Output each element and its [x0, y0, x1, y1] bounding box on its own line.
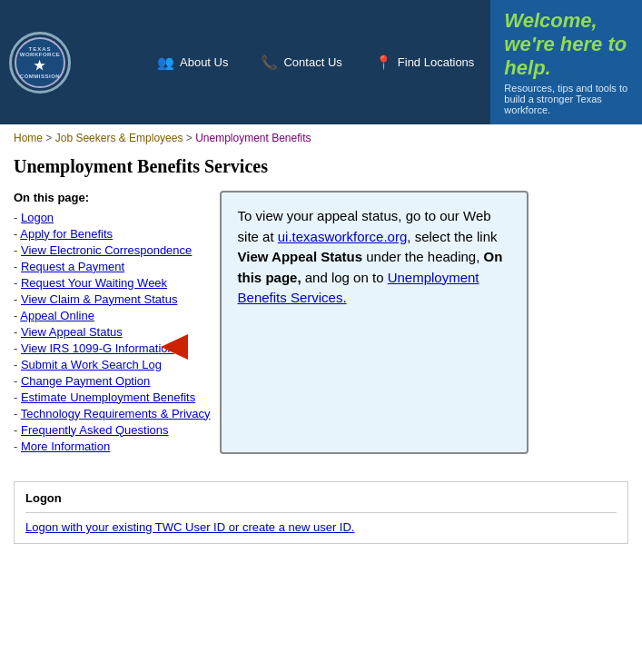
breadcrumb-job-seekers[interactable]: Job Seekers & Employees — [55, 132, 183, 144]
nav-link-view-appeal[interactable]: View Appeal Status — [21, 325, 123, 339]
nav-link-change-payment[interactable]: Change Payment Option — [21, 374, 150, 388]
tooltip-popup: To view your appeal status, go to our We… — [220, 191, 528, 454]
header: TEXAS WORKFORCE ★ COMMISSION 👥 About Us … — [0, 0, 642, 124]
location-icon: 📍 — [375, 54, 392, 71]
nav-link-tech[interactable]: Technology Requirements & Privacy — [21, 407, 211, 420]
banner-subtitle: Resources, tips and tools to build a str… — [504, 83, 628, 115]
list-item: More Information — [14, 438, 211, 454]
list-item: Frequently Asked Questions — [14, 421, 211, 438]
list-item: Logon — [14, 209, 211, 225]
breadcrumb-current: Unemployment Benefits — [195, 132, 311, 144]
list-item: Estimate Unemployment Benefits — [14, 389, 211, 405]
nav-find-locations[interactable]: 📍 Find Locations — [359, 35, 491, 91]
tooltip-link-twc[interactable]: ui.texasworkforce.org — [278, 229, 408, 244]
nav-contact-us[interactable]: 📞 Contact Us — [244, 35, 358, 91]
list-item: View Claim & Payment Status — [14, 291, 211, 307]
nav-link-work-search[interactable]: Submit a Work Search Log — [21, 358, 162, 371]
nav-link-apply[interactable]: Apply for Benefits — [20, 227, 113, 241]
arrow-container — [161, 334, 188, 362]
nav-link-1099g[interactable]: View IRS 1099-G Information — [21, 341, 174, 355]
people-icon: 👥 — [157, 54, 174, 71]
left-nav-list: Logon Apply for Benefits View Electronic… — [14, 209, 211, 454]
nav-link-request-payment[interactable]: Request a Payment — [21, 260, 124, 273]
nav-link-more-info[interactable]: More Information — [21, 440, 110, 453]
page-title: Unemployment Benefits Services — [14, 156, 628, 177]
list-item: View Electronic Correspondence — [14, 242, 211, 258]
nav-link-estimate[interactable]: Estimate Unemployment Benefits — [21, 390, 195, 404]
list-item: Appeal Online — [14, 307, 211, 323]
list-item: Apply for Benefits — [14, 225, 211, 242]
content-area: On this page: Logon Apply for Benefits V… — [14, 191, 628, 454]
main-content: Unemployment Benefits Services On this p… — [0, 152, 642, 468]
red-arrow-icon — [161, 334, 188, 360]
nav-link-logon[interactable]: Logon — [21, 211, 54, 224]
nav-link-waiting-week[interactable]: Request Your Waiting Week — [21, 276, 167, 290]
logon-section: Logon Logon with your existing TWC User … — [14, 481, 628, 544]
nav-contact-us-label: Contact Us — [283, 55, 341, 69]
tooltip-bold-view-appeal: View Appeal Status — [238, 249, 363, 264]
header-banner: Welcome, we're here to help. Resources, … — [490, 0, 642, 124]
nav-area: 👥 About Us 📞 Contact Us 📍 Find Locations — [141, 35, 490, 91]
divider — [25, 512, 617, 513]
logo-circle: TEXAS WORKFORCE ★ COMMISSION — [9, 32, 71, 94]
nav-link-correspondence[interactable]: View Electronic Correspondence — [21, 243, 192, 257]
logon-title: Logon — [25, 491, 617, 505]
nav-about-us[interactable]: 👥 About Us — [141, 35, 244, 91]
breadcrumb: Home > Job Seekers & Employees > Unemplo… — [0, 124, 642, 152]
on-this-page-heading: On this page: — [14, 191, 211, 204]
star-icon: ★ — [34, 58, 46, 73]
left-nav: On this page: Logon Apply for Benefits V… — [14, 191, 211, 454]
list-item: Request a Payment — [14, 258, 211, 274]
logon-link[interactable]: Logon with your existing TWC User ID or … — [25, 520, 354, 534]
logo-inner: TEXAS WORKFORCE ★ COMMISSION — [15, 37, 65, 88]
list-item: Change Payment Option — [14, 372, 211, 389]
list-item: Technology Requirements & Privacy — [14, 405, 211, 421]
nav-link-claim-payment[interactable]: View Claim & Payment Status — [21, 292, 177, 306]
nav-find-locations-label: Find Locations — [398, 55, 475, 69]
banner-title: Welcome, we're here to help. — [504, 9, 628, 80]
nav-link-appeal-online[interactable]: Appeal Online — [20, 309, 94, 322]
phone-icon: 📞 — [261, 54, 278, 71]
nav-link-faq[interactable]: Frequently Asked Questions — [21, 423, 169, 437]
list-item: Request Your Waiting Week — [14, 274, 211, 291]
breadcrumb-home[interactable]: Home — [14, 132, 43, 144]
logo-area: TEXAS WORKFORCE ★ COMMISSION — [0, 25, 141, 101]
nav-about-us-label: About Us — [180, 55, 228, 69]
